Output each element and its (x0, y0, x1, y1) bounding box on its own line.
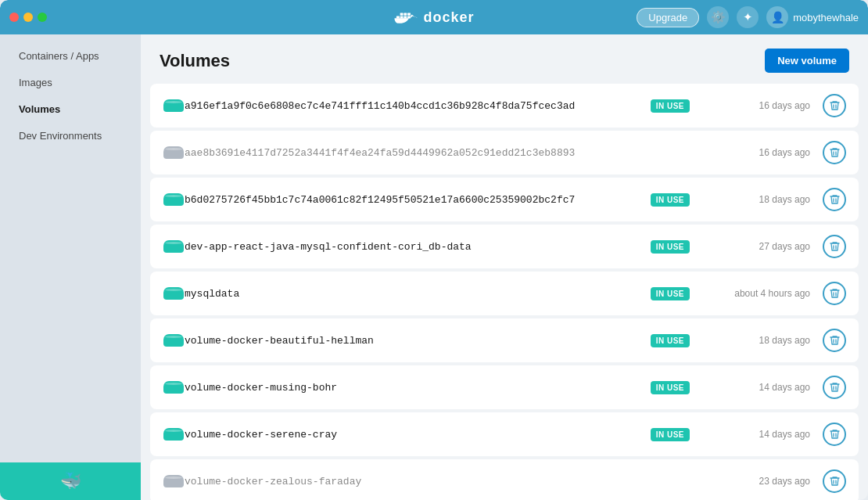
in-use-badge: IN USE (651, 334, 690, 347)
sidebar: Containers / Apps Images Volumes Dev Env… (0, 34, 141, 500)
trash-icon (830, 476, 840, 487)
trash-icon (830, 241, 840, 252)
volume-time: 16 days ago (708, 147, 810, 158)
volume-icon (163, 381, 185, 394)
svg-rect-3 (407, 16, 411, 18)
list-item: volume-docker-beautiful-hellman IN USE 1… (150, 318, 859, 362)
in-use-badge: IN USE (651, 240, 690, 254)
trash-icon (830, 147, 840, 158)
settings-icon[interactable]: ⚙️ (707, 6, 729, 28)
avatar: 👤 (766, 6, 788, 28)
maximize-button[interactable] (38, 13, 47, 22)
in-use-badge: IN USE (651, 381, 690, 394)
new-volume-button[interactable]: New volume (765, 49, 849, 73)
svg-rect-2 (404, 16, 407, 18)
volume-name: mysqldata (185, 288, 651, 300)
notification-icon[interactable]: ✦ (737, 6, 759, 28)
in-use-badge: IN USE (651, 428, 690, 441)
volume-name: dev-app-react-java-mysql-confident-cori_… (185, 241, 651, 253)
volume-time: 18 days ago (708, 335, 810, 346)
delete-button[interactable] (823, 282, 846, 305)
main-layout: Containers / Apps Images Volumes Dev Env… (0, 34, 868, 500)
volume-icon (163, 287, 185, 300)
volume-icon (163, 146, 185, 159)
trash-icon (830, 100, 840, 111)
upgrade-button[interactable]: Upgrade (637, 8, 699, 27)
docker-logo: docker (393, 9, 474, 26)
in-use-badge: IN USE (651, 193, 690, 207)
volume-name: volume-docker-zealous-faraday (185, 476, 647, 487)
volume-icon (163, 99, 185, 112)
trash-icon (830, 288, 840, 299)
sidebar-nav: Containers / Apps Images Volumes Dev Env… (0, 42, 141, 462)
sidebar-footer: 🐳 (0, 462, 141, 500)
volume-time: 14 days ago (708, 429, 810, 440)
delete-button[interactable] (823, 329, 846, 352)
sidebar-item-images[interactable]: Images (5, 70, 136, 95)
list-item: volume-docker-serene-cray IN USE 14 days… (150, 412, 859, 456)
delete-button[interactable] (823, 94, 846, 117)
volume-icon (163, 193, 185, 206)
list-item: volume-docker-zealous-faraday 23 days ag… (150, 459, 859, 500)
titlebar-right: Upgrade ⚙️ ✦ 👤 mobythewhale (637, 6, 859, 28)
docker-logo-text: docker (423, 9, 474, 26)
volume-time: 16 days ago (708, 100, 810, 111)
titlebar-center: docker (393, 9, 474, 26)
list-item: mysqldata IN USE about 4 hours ago (150, 272, 859, 315)
content-area: Volumes New volume a916ef1a9f0c6e6808ec7… (141, 34, 868, 500)
svg-rect-6 (400, 13, 404, 16)
username: mobythewhale (793, 12, 859, 23)
volume-time: about 4 hours ago (708, 288, 810, 299)
delete-button[interactable] (823, 188, 846, 211)
delete-button[interactable] (823, 376, 846, 399)
volume-time: 18 days ago (708, 194, 810, 205)
volume-icon (163, 240, 185, 253)
list-item: b6d0275726f45bb1c7c74a0061c82f12495f5052… (150, 178, 859, 221)
svg-rect-4 (404, 13, 407, 16)
volume-name: aae8b3691e4117d7252a3441f4f4ea24fa59d444… (185, 147, 647, 159)
delete-button[interactable] (823, 141, 846, 164)
volume-icon (163, 428, 185, 441)
minimize-button[interactable] (23, 13, 33, 22)
volume-name: a916ef1a9f0c6e6808ec7c4e741fff11c140b4cc… (185, 100, 651, 112)
list-item: aae8b3691e4117d7252a3441f4f4ea24fa59d444… (150, 131, 859, 174)
delete-button[interactable] (823, 235, 846, 258)
volume-time: 23 days ago (708, 476, 810, 487)
trash-icon (830, 429, 840, 440)
list-item: volume-docker-musing-bohr IN USE 14 days… (150, 365, 859, 409)
volume-name: volume-docker-beautiful-hellman (185, 335, 651, 347)
titlebar: docker Upgrade ⚙️ ✦ 👤 mobythewhale (0, 0, 868, 34)
svg-rect-1 (400, 16, 404, 18)
user-area[interactable]: 👤 mobythewhale (766, 6, 859, 28)
trash-icon (830, 382, 840, 393)
content-header: Volumes New volume (141, 34, 868, 84)
trash-icon (830, 335, 840, 346)
delete-button[interactable] (823, 469, 846, 493)
page-title: Volumes (160, 51, 230, 71)
volume-list: a916ef1a9f0c6e6808ec7c4e741fff11c140b4cc… (141, 84, 868, 500)
sidebar-item-dev-environments[interactable]: Dev Environments (5, 123, 136, 149)
traffic-lights (9, 13, 47, 22)
in-use-badge: IN USE (651, 99, 690, 113)
volume-icon (163, 475, 185, 487)
svg-rect-5 (407, 13, 411, 16)
svg-rect-0 (396, 16, 400, 18)
volume-icon (163, 334, 185, 347)
list-item: a916ef1a9f0c6e6808ec7c4e741fff11c140b4cc… (150, 84, 859, 128)
list-item: dev-app-react-java-mysql-confident-cori_… (150, 225, 859, 268)
docker-whale-icon (393, 9, 418, 26)
volume-name: volume-docker-musing-bohr (185, 382, 651, 394)
docker-footer-icon: 🐳 (60, 471, 81, 491)
delete-button[interactable] (823, 423, 846, 446)
volume-time: 14 days ago (708, 382, 810, 393)
volume-name: b6d0275726f45bb1c7c74a0061c82f12495f5052… (185, 194, 651, 206)
volume-name: volume-docker-serene-cray (185, 429, 651, 441)
sidebar-item-volumes[interactable]: Volumes (5, 96, 136, 122)
sidebar-item-containers-apps[interactable]: Containers / Apps (5, 43, 136, 69)
volume-time: 27 days ago (708, 241, 810, 252)
in-use-badge: IN USE (651, 287, 690, 300)
trash-icon (830, 194, 840, 205)
close-button[interactable] (9, 13, 19, 22)
